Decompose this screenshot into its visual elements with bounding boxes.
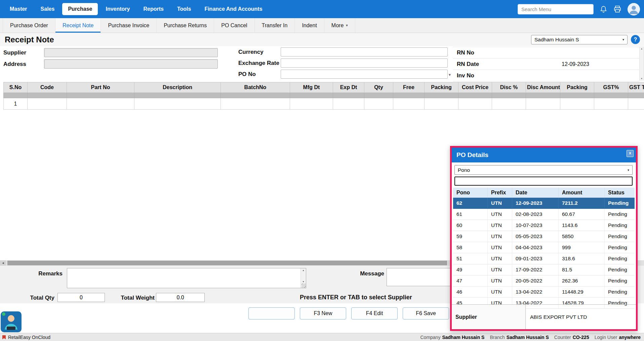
scroll-up-icon[interactable]: ▲ (301, 269, 306, 271)
help-button[interactable]: ? (631, 35, 640, 44)
po-column-pono[interactable]: Pono (453, 188, 488, 198)
po-no-input[interactable] (281, 70, 448, 79)
grid-cell[interactable] (333, 98, 364, 110)
grid-cell[interactable] (628, 98, 644, 110)
assistant-mascot-image[interactable] (1, 311, 22, 332)
tab-purchase-returns[interactable]: Purchase Returns (157, 18, 214, 33)
grid-column-code[interactable]: Code (28, 82, 67, 93)
grid-cell[interactable] (28, 98, 67, 110)
po-column-amount[interactable]: Amount (559, 188, 605, 198)
nav-item-purchase[interactable]: Purchase (62, 3, 98, 15)
po-row-46[interactable]: 46UTN13-04-202211448.29Pending (453, 287, 635, 298)
grid-cell[interactable] (492, 98, 526, 110)
po-row-62[interactable]: 62UTN12-09-20237211.2Pending (453, 198, 635, 209)
grid-cell[interactable] (458, 98, 492, 110)
grid-column-packing[interactable]: Packing (560, 82, 594, 93)
print-icon[interactable] (613, 5, 621, 13)
scroll-down-icon[interactable]: ▼ (640, 77, 644, 80)
grid-column-s-no[interactable]: S.No (4, 82, 28, 93)
grid-cell[interactable] (364, 98, 393, 110)
nav-item-reports[interactable]: Reports (137, 3, 169, 15)
remarks-input[interactable] (67, 268, 306, 288)
items-table-row[interactable]: 1 (4, 98, 644, 110)
grid-cell[interactable] (221, 98, 290, 110)
nav-item-sales[interactable]: Sales (35, 3, 61, 15)
tab-more[interactable]: More▾ (324, 18, 355, 33)
po-row-51[interactable]: 51UTN09-01-2023318.6Pending (453, 253, 635, 264)
grid-column-gst-taxamt[interactable]: GST TaxAmt (628, 82, 644, 93)
grid-column-free[interactable]: Free (393, 82, 425, 93)
info-row-rn-date[interactable]: RN Date12-09-2023 (453, 59, 639, 70)
grid-cell[interactable] (134, 98, 221, 110)
close-icon[interactable]: x (627, 150, 634, 157)
grid-cell[interactable] (594, 98, 628, 110)
currency-input[interactable] (281, 47, 448, 56)
grid-column-cost-price[interactable]: Cost Price (458, 82, 492, 93)
tab-receipt-note[interactable]: Receipt Note (55, 18, 101, 33)
grid-column-exp-dt[interactable]: Exp Dt (333, 82, 364, 93)
chevron-down-icon: ▾ (628, 168, 629, 172)
horizontal-scrollbar-thumb[interactable] (7, 261, 447, 265)
grid-cell[interactable] (67, 98, 134, 110)
po-column-prefix[interactable]: Prefix (488, 188, 512, 198)
scroll-up-icon[interactable]: ▲ (640, 47, 644, 50)
grid-column-packing[interactable]: Packing (425, 82, 458, 93)
tab-label: Purchase Returns (164, 23, 207, 29)
nav-item-master[interactable]: Master (4, 3, 33, 15)
tab-purchase-invoice[interactable]: Purchase Invoice (101, 18, 157, 33)
scroll-left-icon[interactable]: ◄ (0, 260, 6, 266)
grid-column-disc[interactable]: Disc % (492, 82, 526, 93)
po-row-58[interactable]: 58UTN04-04-2023999Pending (453, 242, 635, 253)
tab-indent[interactable]: Indent (295, 18, 324, 33)
grid-column-description[interactable]: Description (134, 82, 221, 93)
po-cell: 58 (453, 242, 488, 253)
grid-cell[interactable] (560, 98, 594, 110)
po-filter-select[interactable]: Pono ▾ (454, 165, 633, 175)
grid-column-batchno[interactable]: BatchNo (221, 82, 290, 93)
button-f4-edit[interactable]: F4 Edit (351, 307, 398, 319)
tab-purchase-order[interactable]: Purchase Order (3, 18, 55, 33)
notifications-bell-icon[interactable] (600, 5, 607, 13)
user-avatar[interactable] (628, 3, 640, 15)
grid-column-part-no[interactable]: Part No (67, 82, 134, 93)
grid-column-gst[interactable]: GST% (594, 82, 628, 93)
nav-item-finance-and-accounts[interactable]: Finance And Accounts (199, 3, 268, 15)
po-column-date[interactable]: Date (512, 188, 559, 198)
po-cell: UTN (488, 231, 512, 242)
po-row-49[interactable]: 49UTN17-09-202281.5Pending (453, 264, 635, 275)
address-input[interactable] (44, 59, 218, 69)
po-column-status[interactable]: Status (605, 188, 635, 198)
button-f3-new[interactable]: F3 New (300, 307, 346, 319)
po-row-59[interactable]: 59UTN05-05-20235850Pending (453, 231, 635, 242)
popup-title-bar[interactable]: PO Details x (452, 148, 636, 162)
form-vertical-scrollbar[interactable]: ▲ ▼ (639, 47, 644, 80)
info-row-rn-no[interactable]: RN No (453, 47, 639, 59)
scroll-down-hint-icon: ▼ (448, 73, 451, 77)
grid-cell[interactable]: 1 (4, 98, 28, 110)
po-row-60[interactable]: 60UTN10-07-20231143.6Pending (453, 220, 635, 231)
grid-cell[interactable] (290, 98, 333, 110)
nav-item-tools[interactable]: Tools (171, 3, 197, 15)
search-menu-input[interactable] (518, 4, 594, 14)
po-cell: 262.36 (559, 275, 605, 287)
nav-item-inventory[interactable]: Inventory (100, 3, 135, 15)
supplier-input[interactable] (44, 48, 218, 57)
grid-cell[interactable] (393, 98, 425, 110)
button-f6-save[interactable]: F6 Save (403, 307, 449, 319)
info-row-inv-no[interactable]: Inv No (453, 70, 639, 81)
tab-transfer-in[interactable]: Transfer In (255, 18, 295, 33)
button-blank[interactable] (248, 307, 295, 319)
grid-cell[interactable] (526, 98, 560, 110)
resize-grip-icon[interactable] (301, 283, 306, 288)
grid-column-qty[interactable]: Qty (364, 82, 393, 93)
user-select[interactable]: Sadham Hussain S ▾ (531, 35, 628, 44)
grid-cell[interactable] (425, 98, 458, 110)
tab-po-cancel[interactable]: PO Cancel (214, 18, 254, 33)
grid-column-mfg-dt[interactable]: Mfg Dt (290, 82, 333, 93)
po-row-61[interactable]: 61UTN02-08-202360.67Pending (453, 209, 635, 220)
po-search-input[interactable] (454, 177, 633, 186)
grid-column-disc-amount[interactable]: Disc Amount (526, 82, 560, 93)
scroll-down-icon[interactable]: ▼ (301, 280, 306, 283)
po-row-47[interactable]: 47UTN20-05-2022262.36Pending (453, 275, 635, 287)
exchange-rate-input[interactable] (281, 59, 448, 68)
